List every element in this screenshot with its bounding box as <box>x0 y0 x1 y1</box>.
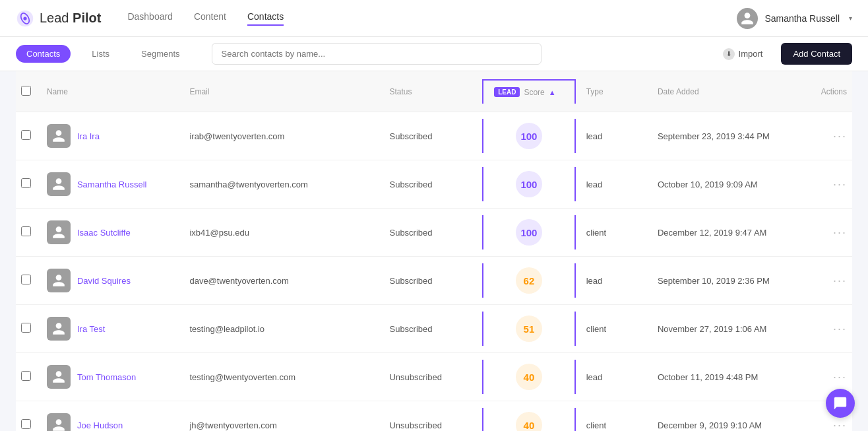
nav-contacts[interactable]: Contacts <box>247 11 284 26</box>
contact-date: September 23, 2019 3:44 PM <box>658 131 770 141</box>
contact-email-cell: ixb41@psu.edu <box>184 209 384 257</box>
actions-menu-button[interactable]: ··· <box>833 418 847 432</box>
contact-status-cell: Unsubscribed <box>384 401 477 432</box>
contact-date-cell: December 12, 2019 9:47 AM <box>652 209 795 257</box>
contact-type: lead <box>586 131 603 141</box>
add-contact-button[interactable]: Add Contact <box>781 43 852 65</box>
contact-email: dave@twentyoverten.com <box>189 276 289 286</box>
contact-score-cell: 100 <box>477 112 580 160</box>
row-checkbox-cell <box>16 353 42 401</box>
contact-date-cell: October 11, 2019 4:48 PM <box>652 353 795 401</box>
sort-icon[interactable]: ▲ <box>549 88 556 96</box>
contact-email-cell: samantha@twentyoverten.com <box>184 160 384 209</box>
header-checkbox <box>16 71 42 112</box>
row-checkbox[interactable] <box>21 226 31 236</box>
row-checkbox[interactable] <box>21 178 31 188</box>
person-icon <box>51 418 66 431</box>
contact-name-cell: David Squires <box>42 257 184 305</box>
contact-name[interactable]: Samantha Russell <box>77 180 147 189</box>
contact-date-cell: December 9, 2019 9:10 AM <box>652 401 795 432</box>
person-icon <box>51 225 66 240</box>
contact-status-cell: Subscribed <box>384 305 477 353</box>
import-button[interactable]: ⬇ Import <box>723 48 763 60</box>
avatar <box>47 317 71 341</box>
header-type: Type <box>581 71 652 112</box>
contact-date: October 11, 2019 4:48 PM <box>658 372 758 382</box>
actions-menu-button[interactable]: ··· <box>833 178 847 191</box>
header-actions: Actions <box>795 71 852 112</box>
row-checkbox-cell <box>16 112 42 160</box>
header-status: Status <box>384 71 477 112</box>
user-name: Samantha Russell <box>764 13 840 24</box>
contact-score-cell: 51 <box>477 305 580 353</box>
tab-contacts[interactable]: Contacts <box>16 45 71 63</box>
avatar <box>47 269 71 292</box>
chevron-down-icon: ▾ <box>849 15 852 22</box>
svg-point-2 <box>23 17 26 20</box>
score-badge: 51 <box>516 315 542 342</box>
contacts-table: Name Email Status LEAD Score ▲ Type Date… <box>16 71 852 431</box>
avatar <box>47 220 71 244</box>
contact-name[interactable]: David Squires <box>77 276 131 286</box>
actions-menu-button[interactable]: ··· <box>833 129 847 143</box>
contact-name[interactable]: Joe Hudson <box>77 420 123 430</box>
actions-menu-button[interactable]: ··· <box>833 226 847 240</box>
score-badge: 100 <box>516 219 542 246</box>
contact-status: Subscribed <box>389 228 432 238</box>
select-all-checkbox[interactable] <box>21 86 31 96</box>
contact-email: samantha@twentyoverten.com <box>189 180 307 189</box>
contact-score-cell: 100 <box>477 160 580 209</box>
nav-dashboard[interactable]: Dashboard <box>127 11 173 26</box>
nav-content[interactable]: Content <box>194 11 226 26</box>
actions-menu-button[interactable]: ··· <box>833 322 847 336</box>
contact-actions-cell: ··· <box>795 112 852 160</box>
score-label: Score <box>524 88 544 97</box>
contact-type: client <box>586 420 606 430</box>
contact-email: ixb41@psu.edu <box>189 228 249 238</box>
contact-name-cell: Samantha Russell <box>42 160 184 209</box>
table-row: Ira Ira irab@twentyoverten.com Subscribe… <box>16 112 852 160</box>
contact-status-cell: Subscribed <box>384 257 477 305</box>
avatar <box>47 413 71 431</box>
contact-date: December 12, 2019 9:47 AM <box>658 228 767 238</box>
row-checkbox[interactable] <box>21 275 31 284</box>
contact-email: testing@twentyoverten.com <box>189 372 295 382</box>
row-checkbox[interactable] <box>21 419 31 429</box>
row-checkbox[interactable] <box>21 323 31 333</box>
row-checkbox[interactable] <box>21 371 31 381</box>
score-badge: 40 <box>516 412 542 431</box>
contact-date-cell: October 10, 2019 9:09 AM <box>652 160 795 209</box>
contact-name[interactable]: Ira Test <box>77 324 105 334</box>
nav-links: Dashboard Content Contacts <box>127 11 737 26</box>
contact-name[interactable]: Isaac Sutcliffe <box>77 228 131 238</box>
contact-status: Subscribed <box>389 276 432 286</box>
actions-menu-button[interactable]: ··· <box>833 370 847 384</box>
contact-score-cell: 100 <box>477 209 580 257</box>
user-area: Samantha Russell ▾ <box>737 8 852 29</box>
score-badge: 62 <box>516 267 542 294</box>
contact-name-cell: Joe Hudson <box>42 401 184 432</box>
score-badge: 100 <box>516 171 542 197</box>
contact-date: September 10, 2019 2:36 PM <box>658 276 770 286</box>
contact-date-cell: November 27, 2019 1:06 AM <box>652 305 795 353</box>
tab-lists[interactable]: Lists <box>81 45 120 63</box>
contact-status-cell: Unsubscribed <box>384 353 477 401</box>
avatar <box>737 8 758 29</box>
row-checkbox-cell <box>16 160 42 209</box>
contact-type: client <box>586 228 606 238</box>
tab-segments[interactable]: Segments <box>131 45 191 63</box>
header-name: Name <box>42 71 184 112</box>
table-row: Ira Test testing@leadpilot.io Subscribed… <box>16 305 852 353</box>
contact-status-cell: Subscribed <box>384 112 477 160</box>
search-input[interactable] <box>212 43 542 65</box>
table-row: David Squires dave@twentyoverten.com Sub… <box>16 257 852 305</box>
actions-menu-button[interactable]: ··· <box>833 274 847 288</box>
score-badge: 100 <box>516 123 542 149</box>
contact-status-cell: Subscribed <box>384 209 477 257</box>
contact-name[interactable]: Ira Ira <box>77 131 100 141</box>
header-score: LEAD Score ▲ <box>477 71 580 112</box>
row-checkbox[interactable] <box>21 130 31 140</box>
contact-name-cell: Isaac Sutcliffe <box>42 209 184 257</box>
contact-name[interactable]: Tom Thomason <box>77 372 136 382</box>
support-button[interactable] <box>826 389 855 418</box>
